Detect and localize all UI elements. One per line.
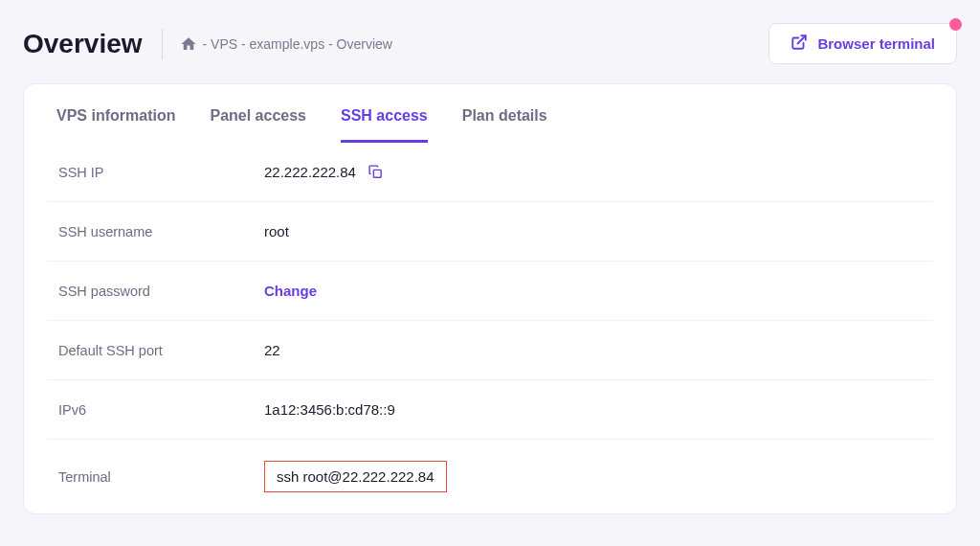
breadcrumb[interactable]: - VPS - example.vps - Overview [180, 35, 392, 53]
tab-ssh-access[interactable]: SSH access [341, 94, 428, 143]
copy-icon[interactable] [368, 164, 384, 180]
breadcrumb-text: - VPS - example.vps - Overview [203, 36, 392, 52]
tab-plan-details[interactable]: Plan details [462, 94, 547, 143]
row-ssh-password: SSH password Change [47, 262, 933, 321]
ssh-ip-value: 22.222.222.84 [264, 164, 356, 180]
row-terminal: Terminal ssh root@22.222.222.84 [47, 440, 933, 513]
ssh-password-label: SSH password [58, 284, 264, 299]
ssh-port-label: Default SSH port [58, 343, 264, 358]
change-password-link[interactable]: Change [264, 283, 317, 299]
svg-rect-1 [373, 170, 381, 177]
header-divider [162, 29, 163, 59]
terminal-label: Terminal [58, 469, 264, 485]
ssh-username-label: SSH username [58, 224, 264, 239]
tabs: VPS information Panel access SSH access … [24, 84, 956, 143]
row-ssh-port: Default SSH port 22 [47, 321, 933, 380]
row-ssh-username: SSH username root [47, 202, 933, 262]
ssh-username-value: root [264, 223, 289, 239]
ipv6-value: 1a12:3456:b:cd78::9 [264, 401, 395, 418]
svg-line-0 [798, 35, 806, 43]
browser-terminal-label: Browser terminal [817, 35, 935, 52]
ipv6-label: IPv6 [58, 402, 264, 418]
notification-dot-icon [949, 18, 962, 31]
ssh-ip-label: SSH IP [58, 165, 264, 180]
page-title: Overview [23, 29, 143, 59]
tab-vps-information[interactable]: VPS information [56, 94, 175, 143]
row-ssh-ip: SSH IP 22.222.222.84 [47, 143, 933, 202]
browser-terminal-button[interactable]: Browser terminal [768, 23, 957, 64]
overview-card: VPS information Panel access SSH access … [23, 83, 957, 514]
row-ipv6: IPv6 1a12:3456:b:cd78::9 [47, 380, 933, 440]
ssh-port-value: 22 [264, 342, 280, 358]
external-link-icon [791, 34, 808, 54]
tab-panel-access[interactable]: Panel access [210, 94, 306, 143]
home-icon[interactable] [180, 35, 197, 53]
terminal-command: ssh root@22.222.222.84 [264, 461, 447, 492]
